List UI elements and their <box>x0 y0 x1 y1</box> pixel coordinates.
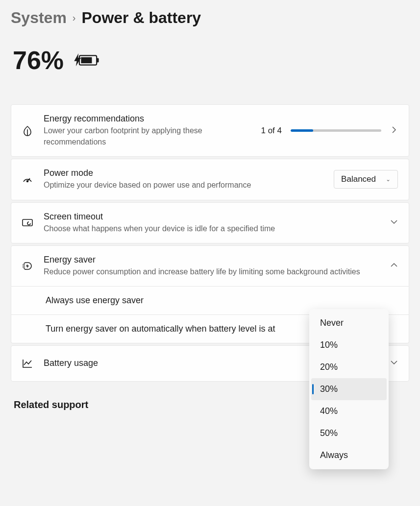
row-title: Energy recommendations <box>44 114 250 124</box>
popover-item[interactable]: 50% <box>311 422 387 444</box>
breadcrumb: System › Power & battery <box>11 9 409 27</box>
row-right <box>390 218 398 228</box>
popover-item[interactable]: 20% <box>311 356 387 378</box>
row-right <box>390 261 398 271</box>
dropdown-value: Balanced <box>341 174 376 184</box>
row-title: Energy saver <box>44 255 379 265</box>
chart-icon <box>22 358 33 369</box>
battery-charging-icon <box>72 50 101 70</box>
monitor-sleep-icon <box>22 217 33 228</box>
power-mode-row: Power mode Optimize your device based on… <box>11 159 409 200</box>
row-title: Screen timeout <box>44 212 379 222</box>
battery-level-popover: Never10%20%30%40%50%Always <box>309 309 389 469</box>
gauge-icon <box>22 174 33 185</box>
breadcrumb-parent[interactable]: System <box>11 9 67 27</box>
popover-item[interactable]: 30% <box>311 378 387 400</box>
row-subtitle: Optimize your device based on power use … <box>44 179 323 191</box>
row-right: Balanced ⌄ <box>334 170 398 189</box>
energy-saver-row[interactable]: Energy saver Reduce power consumption an… <box>11 245 409 287</box>
popover-item[interactable]: 40% <box>311 400 387 422</box>
screen-timeout-row[interactable]: Screen timeout Choose what happens when … <box>11 202 409 243</box>
svg-point-6 <box>27 181 28 182</box>
progress-label: 1 of 4 <box>261 126 282 136</box>
row-right: 1 of 4 <box>261 126 398 136</box>
progress-fill <box>291 129 313 132</box>
leaf-icon <box>22 125 33 136</box>
page-title: Power & battery <box>82 9 201 27</box>
row-text: Energy recommendations Lower your carbon… <box>44 114 250 147</box>
row-text: Power mode Optimize your device based on… <box>44 168 323 191</box>
svg-rect-1 <box>97 58 99 63</box>
battery-percent-value: 76% <box>13 46 64 75</box>
chevron-down-icon <box>390 359 398 368</box>
battery-status: 76% <box>13 46 409 75</box>
row-subtitle: Reduce power consumption and increase ba… <box>44 266 379 277</box>
energy-recommendations-row[interactable]: Energy recommendations Lower your carbon… <box>11 104 409 157</box>
energy-saver-icon <box>22 261 33 271</box>
row-subtitle: Lower your carbon footprint by applying … <box>44 125 250 147</box>
chevron-up-icon <box>390 261 398 271</box>
row-title: Always use energy saver <box>46 295 363 306</box>
row-subtitle: Choose what happens when your device is … <box>44 223 379 234</box>
chevron-right-icon: › <box>73 12 76 24</box>
chevron-down-icon <box>390 218 398 228</box>
popover-item[interactable]: Always <box>311 444 387 466</box>
chevron-down-icon: ⌄ <box>386 176 391 183</box>
progress-bar <box>291 129 381 132</box>
chevron-right-icon <box>390 126 398 136</box>
popover-item[interactable]: 10% <box>311 334 387 356</box>
row-text: Energy saver Reduce power consumption an… <box>44 255 379 277</box>
svg-marker-10 <box>26 264 29 268</box>
row-text: Always use energy saver <box>46 295 363 306</box>
row-text: Screen timeout Choose what happens when … <box>44 212 379 234</box>
popover-item[interactable]: Never <box>311 312 387 334</box>
svg-rect-2 <box>81 57 92 63</box>
power-mode-dropdown[interactable]: Balanced ⌄ <box>334 170 398 189</box>
row-right <box>390 359 398 368</box>
row-title: Power mode <box>44 168 323 178</box>
